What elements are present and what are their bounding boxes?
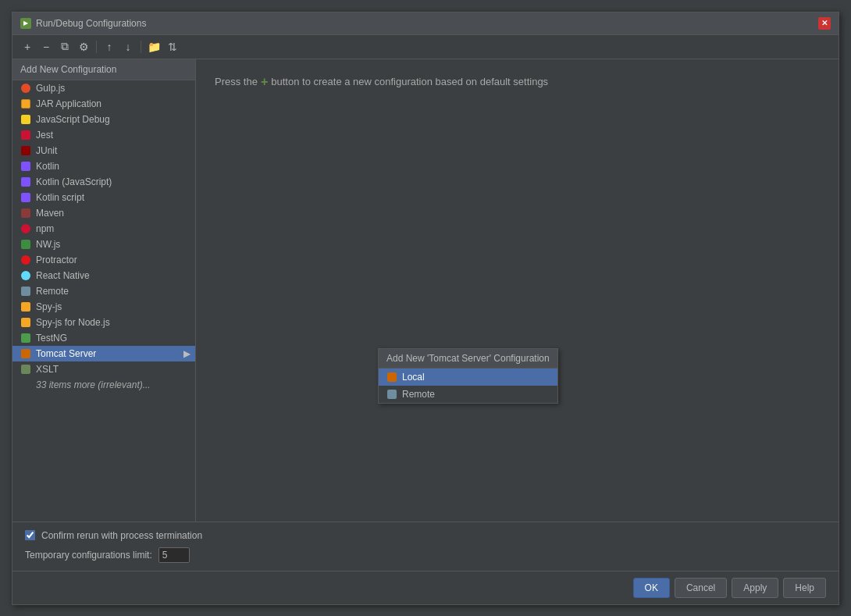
config-label-kotlin: Kotlin — [36, 161, 59, 172]
config-label-js-debug: JavaScript Debug — [36, 114, 110, 125]
kotlin-icon — [20, 161, 31, 172]
config-label-xslt: XSLT — [36, 364, 59, 375]
config-label-spyjs: Spy-js — [36, 301, 62, 312]
temp-config-row: Temporary configurations limit: — [25, 547, 826, 563]
react-native-icon — [20, 270, 31, 281]
local-icon — [386, 372, 397, 383]
config-label-jar: JAR Application — [36, 98, 101, 109]
config-list: Gulp.js JAR Application JavaScript Debug… — [12, 80, 195, 393]
add-config-button[interactable]: + — [19, 38, 36, 55]
confirm-rerun-label: Confirm rerun with process termination — [41, 530, 202, 541]
gulp-icon — [20, 83, 31, 94]
submenu-label-local: Local — [402, 372, 425, 383]
bottom-panel: Confirm rerun with process termination T… — [12, 522, 839, 571]
config-label-jest: Jest — [36, 130, 53, 141]
sort-button[interactable]: ⇅ — [164, 38, 181, 55]
config-item-jar[interactable]: JAR Application — [12, 96, 195, 112]
edit-defaults-button[interactable]: ⚙ — [75, 38, 92, 55]
ok-button[interactable]: OK — [633, 578, 670, 598]
config-item-spyjs[interactable]: Spy-js — [12, 299, 195, 315]
add-new-config-header[interactable]: Add New Configuration — [12, 59, 195, 80]
submenu-header: Add New 'Tomcat Server' Configuration — [379, 349, 557, 369]
temp-config-input[interactable] — [158, 547, 190, 563]
nwjs-icon — [20, 239, 31, 250]
config-label-testng: TestNG — [36, 333, 67, 344]
config-item-kotlin-js[interactable]: Kotlin (JavaScript) — [12, 174, 195, 190]
checkbox-row: Confirm rerun with process termination — [25, 530, 826, 541]
config-item-maven[interactable]: Maven — [12, 205, 195, 221]
config-label-remote: Remote — [36, 286, 69, 297]
config-label-gulp: Gulp.js — [36, 83, 65, 94]
jar-icon — [20, 98, 31, 109]
toolbar-separator-1 — [96, 41, 97, 53]
spyjs-node-icon — [20, 317, 31, 328]
protractor-icon — [20, 255, 31, 265]
submenu-label-remote: Remote — [402, 389, 435, 400]
config-item-gulp[interactable]: Gulp.js — [12, 80, 195, 96]
title-bar: ▶ Run/Debug Configurations ✕ — [12, 12, 839, 35]
run-debug-dialog: ▶ Run/Debug Configurations ✕ + − ⧉ ⚙ ↑ ↓… — [12, 12, 839, 605]
config-item-tomcat[interactable]: Tomcat Server ▶ — [12, 346, 195, 361]
config-item-kotlin-script[interactable]: Kotlin script — [12, 190, 195, 205]
left-panel: Add New Configuration Gulp.js JAR Applic… — [12, 59, 196, 522]
dialog-icon: ▶ — [20, 18, 31, 29]
close-button[interactable]: ✕ — [818, 17, 831, 30]
tomcat-icon — [20, 348, 31, 359]
toolbar-separator-2 — [141, 41, 141, 53]
testng-icon — [20, 333, 31, 344]
kotlin-script-icon — [20, 192, 31, 203]
submenu-item-local[interactable]: Local — [379, 369, 557, 386]
confirm-rerun-checkbox[interactable] — [25, 530, 35, 540]
js-debug-icon — [20, 114, 31, 125]
main-content: Add New Configuration Gulp.js JAR Applic… — [12, 59, 839, 522]
xslt-icon — [20, 364, 31, 375]
prompt-before: Press the — [215, 76, 258, 87]
config-item-spyjs-node[interactable]: Spy-js for Node.js — [12, 315, 195, 330]
remote-submenu-icon — [386, 389, 397, 400]
right-panel: Press the + button to create a new confi… — [196, 59, 839, 522]
config-item-xslt[interactable]: XSLT — [12, 361, 195, 377]
config-label-kotlin-script: Kotlin script — [36, 192, 84, 203]
config-item-protractor[interactable]: Protractor — [12, 252, 195, 268]
dialog-title: Run/Debug Configurations — [36, 18, 146, 29]
config-item-jest[interactable]: Jest — [12, 127, 195, 143]
spyjs-icon — [20, 301, 31, 312]
config-item-npm[interactable]: npm — [12, 221, 195, 237]
config-item-testng[interactable]: TestNG — [12, 330, 195, 346]
submenu-container: Add New 'Tomcat Server' Configuration Lo… — [378, 348, 558, 404]
move-down-button[interactable]: ↓ — [119, 38, 137, 55]
title-bar-left: ▶ Run/Debug Configurations — [20, 18, 146, 29]
config-label-spyjs-node: Spy-js for Node.js — [36, 317, 110, 328]
folder-button[interactable]: 📁 — [145, 38, 162, 55]
cancel-button[interactable]: Cancel — [675, 578, 727, 598]
config-item-react-native[interactable]: React Native — [12, 268, 195, 283]
kotlin-js-icon — [20, 176, 31, 187]
config-label-nwjs: NW.js — [36, 239, 60, 250]
jest-icon — [20, 130, 31, 141]
config-item-remote[interactable]: Remote — [12, 283, 195, 299]
config-item-nwjs[interactable]: NW.js — [12, 237, 195, 252]
apply-button[interactable]: Apply — [732, 578, 778, 598]
config-label-npm: npm — [36, 223, 54, 234]
config-label-more: 33 items more (irrelevant)... — [36, 379, 151, 390]
help-button[interactable]: Help — [783, 578, 826, 598]
config-item-js-debug[interactable]: JavaScript Debug — [12, 112, 195, 127]
submenu-item-remote[interactable]: Remote — [379, 386, 557, 403]
dialog-buttons: OK Cancel Apply Help — [12, 571, 839, 604]
toolbar: + − ⧉ ⚙ ↑ ↓ 📁 ⇅ — [12, 35, 839, 59]
config-item-kotlin[interactable]: Kotlin — [12, 158, 195, 174]
maven-icon — [20, 208, 31, 219]
config-item-more[interactable]: 33 items more (irrelevant)... — [12, 377, 195, 393]
config-label-junit: JUnit — [36, 145, 57, 156]
junit-icon — [20, 145, 31, 156]
remote-icon — [20, 286, 31, 297]
config-item-junit[interactable]: JUnit — [12, 143, 195, 158]
tomcat-submenu: Add New 'Tomcat Server' Configuration Lo… — [378, 348, 558, 404]
remove-config-button[interactable]: − — [37, 38, 55, 55]
config-label-maven: Maven — [36, 208, 64, 219]
config-label-kotlin-js: Kotlin (JavaScript) — [36, 176, 112, 187]
move-up-button[interactable]: ↑ — [101, 38, 118, 55]
copy-config-button[interactable]: ⧉ — [56, 38, 73, 55]
prompt-text: Press the + button to create a new confi… — [215, 75, 820, 89]
config-label-protractor: Protractor — [36, 255, 77, 265]
